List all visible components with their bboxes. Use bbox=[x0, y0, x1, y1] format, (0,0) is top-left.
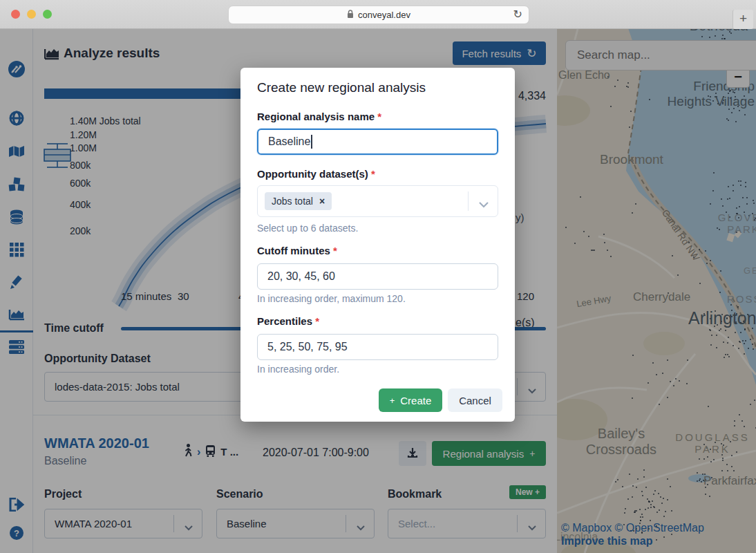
address-bar[interactable]: conveyal.dev ↻ bbox=[228, 6, 529, 24]
dataset-tag: Jobs total × bbox=[265, 192, 332, 210]
close-window-button[interactable] bbox=[11, 10, 20, 19]
create-regional-analysis-modal: Create new regional analysis Regional an… bbox=[240, 68, 515, 422]
text-caret bbox=[311, 135, 312, 149]
datasets-helper-text: Select up to 6 datasets. bbox=[257, 223, 358, 234]
percentiles-field-label: Percentiles * bbox=[257, 315, 319, 327]
modal-title: Create new regional analysis bbox=[257, 80, 426, 95]
browser-chrome: conveyal.dev ↻ + bbox=[0, 0, 756, 29]
percentiles-input[interactable]: 5, 25, 50, 75, 95 bbox=[257, 334, 498, 360]
remove-tag-button[interactable]: × bbox=[319, 196, 325, 207]
cutoffs-field-label: Cutoff minutes * bbox=[257, 245, 337, 256]
url-text: conveyal.dev bbox=[358, 10, 410, 20]
cancel-button[interactable]: Cancel bbox=[448, 388, 502, 412]
analysis-name-input[interactable]: Baseline bbox=[257, 129, 498, 155]
percentiles-helper-text: In increasing order. bbox=[257, 364, 339, 375]
new-tab-button[interactable]: + bbox=[733, 10, 753, 29]
maximize-window-button[interactable] bbox=[43, 10, 52, 19]
cutoffs-helper-text: In increasing order, maximum 120. bbox=[257, 293, 406, 304]
lock-icon bbox=[347, 10, 354, 21]
create-button[interactable]: +Create bbox=[379, 388, 442, 412]
reload-icon[interactable]: ↻ bbox=[513, 8, 522, 21]
minimize-window-button[interactable] bbox=[27, 10, 36, 19]
name-field-label: Regional analysis name * bbox=[257, 111, 381, 122]
datasets-multiselect[interactable]: Jobs total × bbox=[257, 185, 498, 217]
plus-icon: + bbox=[390, 395, 395, 406]
chevron-down-icon[interactable] bbox=[479, 198, 489, 211]
datasets-field-label: Opportunity dataset(s) * bbox=[257, 168, 375, 180]
cutoff-minutes-input[interactable]: 20, 30, 45, 60 bbox=[257, 263, 498, 290]
screen: ? Analyze results Fetch results↻ 4,334 bbox=[0, 0, 756, 553]
